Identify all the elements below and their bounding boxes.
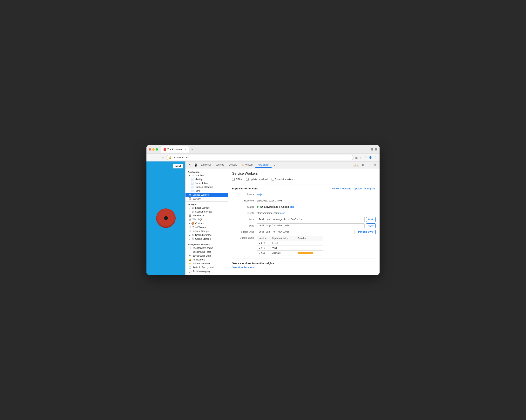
close-traffic-light[interactable] <box>149 148 151 151</box>
sidebar-item-background-sync[interactable]: ↻ Background Sync <box>185 254 228 258</box>
sidebar-item-payment-handler[interactable]: 💳 Payment Handler <box>185 262 228 265</box>
indexeddb-icon: 🗄 <box>189 214 191 217</box>
sw-source-row: Source sw.js <box>232 192 376 197</box>
sidebar-item-service-workers[interactable]: ⚙ Service Workers <box>185 193 228 197</box>
minimize-traffic-light[interactable] <box>152 148 155 151</box>
window-minimize[interactable]: ⊟ <box>371 147 374 151</box>
tab-elements[interactable]: Elements <box>199 162 213 168</box>
tab-sources[interactable]: Sources <box>213 162 226 168</box>
maximize-traffic-light[interactable] <box>156 148 158 151</box>
sidebar-item-interest-groups[interactable]: 🗄 Interest Groups <box>185 229 228 233</box>
sidebar-item-cookies[interactable]: ▶ 🍪 Cookies <box>185 221 228 225</box>
wait-version: #16 <box>261 247 265 249</box>
reload-button[interactable]: ↻ <box>161 156 165 160</box>
cast-icon[interactable]: ⊡ <box>355 156 358 159</box>
sidebar-label-manifest: Manifest <box>196 174 226 177</box>
sw-status-row: Status #16 activated and is running stop <box>232 205 376 209</box>
browser-tab[interactable]: The Air Horner ✕ <box>161 146 189 153</box>
sidebar-item-trust-tokens[interactable]: 🗄 Trust Tokens <box>185 225 228 229</box>
periodic-sync-button[interactable]: Periodic Sync <box>356 230 376 234</box>
focus-link[interactable]: focus <box>280 212 285 215</box>
warning-badge[interactable]: ⚠ 2 <box>353 163 359 167</box>
tab-console[interactable]: Console <box>226 162 240 168</box>
sidebar-item-protocol-handlers[interactable]: 📄 Protocol Handlers <box>185 185 228 189</box>
sidebar-item-storage[interactable]: 🗄 Storage <box>185 197 228 201</box>
cookies-icon: 🍪 <box>191 222 194 225</box>
airhorner-widget[interactable] <box>156 208 176 228</box>
update-on-reload-checkbox[interactable] <box>246 178 249 181</box>
sidebar-item-shared-storage[interactable]: ▶ 🗄 Shared Storage <box>185 233 228 237</box>
sync-button[interactable]: Sync <box>366 223 376 228</box>
offline-checkbox-label[interactable]: Offline <box>232 178 242 181</box>
sidebar-item-indexeddb[interactable]: 🗄 IndexedDB <box>185 214 228 218</box>
update-on-reload-label: Update on reload <box>250 178 267 181</box>
sidebar-item-notifications[interactable]: 🔔 Notifications <box>185 258 228 262</box>
address-bar[interactable]: 🔒 airhorner.com <box>166 155 354 160</box>
sync-input[interactable] <box>257 223 364 228</box>
inspect-element-btn[interactable]: ↖ <box>187 162 192 168</box>
update-on-reload-checkbox-label[interactable]: Update on reload <box>246 178 267 181</box>
more-options-btn[interactable]: ⋮ <box>366 162 372 168</box>
more-tabs-btn[interactable]: » <box>272 162 277 168</box>
sidebar-label-storage: Storage <box>192 197 226 200</box>
bookmark-icon[interactable]: ☆ <box>364 156 367 159</box>
install-version: #16 <box>261 242 265 244</box>
settings-btn[interactable]: ⚙ <box>360 162 365 168</box>
network-requests-link[interactable]: Network requests <box>332 187 351 190</box>
sidebar-label-web-sql: Web SQL <box>192 218 226 221</box>
more-icon[interactable]: ⋮ <box>374 156 377 159</box>
sidebar-item-background-fetch[interactable]: ↕ Background Fetch <box>185 250 228 254</box>
tab-close-btn[interactable]: ✕ <box>184 148 186 151</box>
sidebar-item-periodic-background[interactable]: 🕐 Periodic Background <box>185 265 228 269</box>
uc-col-version: Version <box>257 236 271 241</box>
periodic-sync-input[interactable] <box>257 230 354 234</box>
sidebar-item-session-storage[interactable]: ▶ ⊞ Session Storage <box>185 210 228 214</box>
unregister-link[interactable]: Unregister <box>364 187 376 190</box>
devtools-toolbar: ↖ 📱 Elements Sources Console ⚠ Network A… <box>185 161 380 168</box>
sidebar-item-icons[interactable]: 📄 Icons <box>185 189 228 193</box>
sidebar-item-manifest[interactable]: ▼ 📄 Manifest <box>185 174 228 177</box>
sidebar-item-push-messaging[interactable]: 💬 Push Messaging <box>185 269 228 273</box>
stop-link[interactable]: stop <box>290 205 294 208</box>
sidebar-item-back-forward-cache[interactable]: 🗄 Back/forward cache <box>185 246 228 250</box>
push-input[interactable] <box>257 217 364 222</box>
offline-checkbox[interactable] <box>232 178 235 181</box>
sidebar-label-notifications: Notifications <box>192 258 226 261</box>
profile-icon[interactable]: 👤 <box>369 156 372 159</box>
sidebar-item-web-sql[interactable]: 🗄 Web SQL <box>185 218 228 221</box>
activate-expand-icon[interactable]: ▶ <box>259 252 260 254</box>
see-all-registrations-link[interactable]: See all registrations <box>232 266 254 269</box>
window-expand[interactable]: ⊞ <box>375 147 377 151</box>
uc-cell-activity-activate: Activate <box>271 251 296 255</box>
offline-label: Offline <box>236 178 242 181</box>
sw-title: Service Workers <box>232 172 376 176</box>
install-expand-icon[interactable]: ▶ <box>259 242 260 244</box>
tab-application[interactable]: Application <box>255 162 272 168</box>
sidebar-item-local-storage[interactable]: ▶ ⊞ Local Storage <box>185 206 228 210</box>
tab-network[interactable]: ⚠ Network <box>240 162 255 168</box>
device-toolbar-btn[interactable]: 📱 <box>193 162 198 168</box>
wait-expand-icon[interactable]: ▶ <box>259 247 260 249</box>
share-icon[interactable]: ⬆ <box>360 156 362 159</box>
back-button[interactable]: ‹ <box>149 156 153 160</box>
notifications-icon: 🔔 <box>189 258 191 261</box>
source-value: sw.js <box>257 192 376 197</box>
status-dot <box>257 206 259 208</box>
forward-button[interactable]: › <box>155 156 159 160</box>
received-value: 1/30/2023, 12:28:14 PM <box>257 199 376 203</box>
update-link[interactable]: Update <box>354 187 362 190</box>
bypass-for-network-checkbox-label[interactable]: Bypass for network <box>272 178 295 181</box>
sw-js-link[interactable]: sw.js <box>257 193 262 196</box>
sidebar-item-presentation[interactable]: 📄 Presentation <box>185 181 228 185</box>
clients-label: Clients <box>232 211 255 215</box>
sidebar-item-cache-storage[interactable]: ▶ 🗄 Cache Storage <box>185 237 228 241</box>
new-tab-button[interactable]: + <box>190 147 195 152</box>
install-button[interactable]: Install <box>173 164 183 168</box>
status-text: #16 activated and is running <box>260 205 289 208</box>
push-button[interactable]: Push <box>366 217 376 222</box>
sidebar-item-identity[interactable]: 📄 Identity <box>185 177 228 181</box>
bypass-for-network-checkbox[interactable] <box>272 178 274 181</box>
close-devtools-btn[interactable]: ✕ <box>373 162 378 168</box>
warning-badge-icon: ⚠ <box>354 164 356 166</box>
sw-sync-row: Sync Sync <box>232 223 376 228</box>
